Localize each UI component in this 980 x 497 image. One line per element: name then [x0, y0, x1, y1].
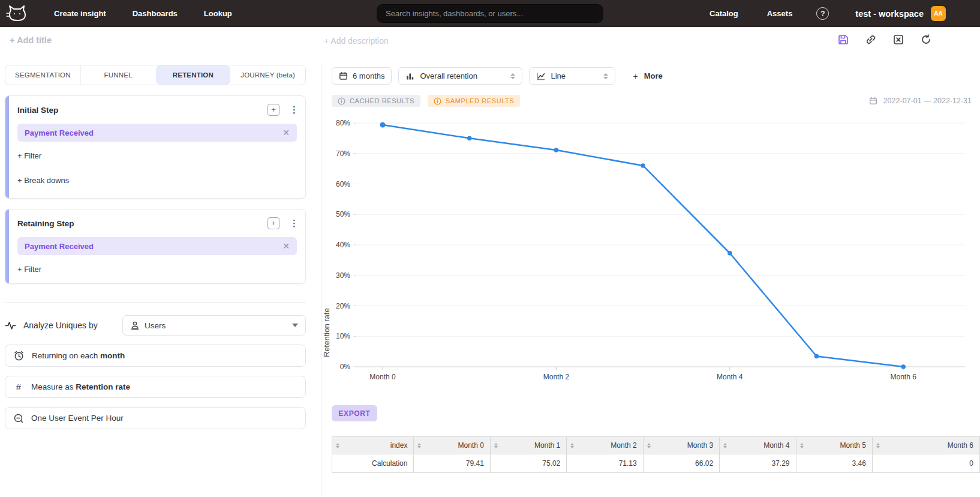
date-window-button[interactable]: 6 months: [332, 67, 392, 85]
chart-type-select[interactable]: Line: [529, 67, 615, 85]
event-row[interactable]: Payment Received ✕: [17, 124, 297, 142]
throttle-button[interactable]: One User Event Per Hour: [5, 407, 306, 429]
svg-text:50%: 50%: [336, 210, 350, 218]
retaining-step-title: Retaining Step: [17, 219, 74, 228]
hash-icon: #: [13, 382, 24, 392]
col-header-month0[interactable]: Month 0: [414, 437, 490, 454]
header-actions: [837, 34, 932, 46]
returning-interval-button[interactable]: Returning on each month: [5, 345, 306, 367]
initial-step-title: Initial Step: [17, 106, 58, 115]
retention-line-chart[interactable]: 0%10%20%30%40%50%60%70%80%Month 0Month 2…: [321, 108, 980, 393]
svg-text:70%: 70%: [336, 149, 350, 158]
select-chevrons-icon: [510, 73, 515, 79]
tab-journey[interactable]: JOURNEY (beta): [230, 65, 305, 85]
sampled-results-badge[interactable]: SAMPLED RESULTS: [428, 95, 521, 107]
calendar-icon: [339, 71, 348, 80]
chart-type-value: Line: [551, 71, 566, 80]
cell-month5: 3.46: [796, 454, 872, 473]
nav-lookup[interactable]: Lookup: [204, 9, 232, 18]
event-name: Payment Received: [25, 242, 94, 251]
retention-type-value: Overall retention: [420, 71, 477, 80]
event-name: Payment Received: [25, 128, 94, 137]
analyze-entity-select[interactable]: Users: [122, 315, 306, 336]
col-header-month6[interactable]: Month 6: [872, 437, 979, 454]
retention-type-select[interactable]: Overall retention: [398, 67, 522, 85]
step-menu-icon[interactable]: ⋮: [290, 104, 297, 115]
chart-controls: 6 months Overall retention Line + More: [332, 67, 980, 85]
col-header-month4[interactable]: Month 4: [720, 437, 796, 454]
save-icon[interactable]: [837, 34, 849, 46]
col-header-month1[interactable]: Month 1: [490, 437, 566, 454]
svg-text:80%: 80%: [336, 119, 350, 127]
add-breakdown-link[interactable]: + Break downs: [17, 176, 297, 185]
cell-month6: 0: [872, 454, 979, 473]
cell-month1: 75.02: [490, 454, 566, 473]
calendar-icon: [869, 97, 877, 105]
svg-text:10%: 10%: [336, 332, 350, 340]
remove-event-icon[interactable]: ✕: [282, 241, 290, 251]
bar-chart-icon: [405, 71, 415, 81]
svg-text:20%: 20%: [336, 302, 350, 310]
more-button[interactable]: + More: [633, 71, 662, 81]
export-button[interactable]: EXPORT: [332, 405, 377, 421]
top-nav: Create insight Dashboards Lookup Catalog…: [0, 0, 980, 27]
table-row: Calculation 79.41 75.02 71.13 66.02 37.2…: [332, 454, 980, 473]
report-type-tabs: SEGMENTATION FUNNEL RETENTION JOURNEY (b…: [5, 65, 306, 85]
col-header-month3[interactable]: Month 3: [643, 437, 719, 454]
date-range-value: 2022-07-01 — 2022-12-31: [883, 97, 972, 105]
more-label: More: [644, 71, 663, 80]
svg-text:30%: 30%: [336, 271, 350, 280]
svg-text:Month 4: Month 4: [717, 373, 743, 381]
clear-icon[interactable]: [892, 34, 904, 46]
info-icon: [338, 97, 345, 105]
minus-circle-icon: [13, 413, 24, 424]
info-icon: [434, 97, 441, 105]
add-filter-link[interactable]: + Filter: [17, 151, 297, 160]
nav-dashboards[interactable]: Dashboards: [133, 9, 178, 18]
add-event-icon[interactable]: +: [267, 104, 279, 116]
add-title-button[interactable]: + Add title: [10, 35, 52, 45]
nav-catalog[interactable]: Catalog: [710, 9, 738, 18]
svg-text:Month 0: Month 0: [369, 373, 396, 381]
add-description-button[interactable]: + Add description: [324, 36, 389, 46]
select-chevrons-icon: [603, 73, 608, 79]
svg-text:0%: 0%: [340, 363, 351, 371]
add-filter-link[interactable]: + Filter: [17, 265, 297, 274]
report-panel: 6 months Overall retention Line + More: [321, 63, 980, 497]
nav-create-insight[interactable]: Create insight: [54, 9, 106, 18]
analyze-uniques-row: Analyze Uniques by Users: [5, 315, 306, 336]
chart-area: Retention rate 0%10%20%30%40%50%60%70%80…: [321, 108, 980, 393]
retaining-step-card: Retaining Step + ⋮ Payment Received ✕ + …: [5, 209, 306, 284]
cell-month3: 66.02: [643, 454, 719, 473]
results-table: index Month 0 Month 1 Month 2 Month 3 Mo…: [332, 436, 980, 473]
measure-as-label: Measure as Retention rate: [31, 382, 130, 391]
tab-segmentation[interactable]: SEGMENTATION: [5, 65, 80, 85]
status-row: CACHED RESULTS SAMPLED RESULTS 2022-07-0…: [332, 95, 972, 107]
initial-step-card: Initial Step + ⋮ Payment Received ✕ + Fi…: [5, 95, 306, 199]
page-header: + Add title + Add description: [0, 27, 980, 57]
workspace-switcher[interactable]: test - workspace: [855, 9, 924, 19]
help-icon[interactable]: ?: [816, 7, 829, 20]
col-header-month2[interactable]: Month 2: [567, 437, 643, 454]
cached-results-label: CACHED RESULTS: [350, 97, 414, 104]
nav-right-group: Catalog Assets ? test - workspace AA: [710, 6, 946, 21]
col-header-month5[interactable]: Month 5: [796, 437, 872, 454]
tab-funnel[interactable]: FUNNEL: [80, 65, 156, 85]
measure-as-button[interactable]: # Measure as Retention rate: [5, 376, 306, 398]
avatar[interactable]: AA: [931, 6, 946, 21]
throttle-label: One User Event Per Hour: [31, 414, 124, 423]
add-event-icon[interactable]: +: [267, 217, 279, 229]
svg-text:Month 6: Month 6: [891, 373, 917, 381]
remove-event-icon[interactable]: ✕: [282, 128, 290, 137]
cached-results-badge[interactable]: CACHED RESULTS: [332, 95, 420, 107]
cat-logo-icon[interactable]: [6, 4, 28, 23]
col-header-index[interactable]: index: [332, 437, 414, 454]
link-icon[interactable]: [865, 34, 877, 46]
nav-assets[interactable]: Assets: [767, 9, 793, 18]
tab-retention[interactable]: RETENTION: [156, 65, 231, 85]
refresh-icon[interactable]: [920, 34, 932, 46]
step-menu-icon[interactable]: ⋮: [290, 218, 297, 229]
event-row[interactable]: Payment Received ✕: [17, 237, 297, 255]
cell-month0: 79.41: [414, 454, 490, 473]
search-input[interactable]: [377, 4, 603, 23]
